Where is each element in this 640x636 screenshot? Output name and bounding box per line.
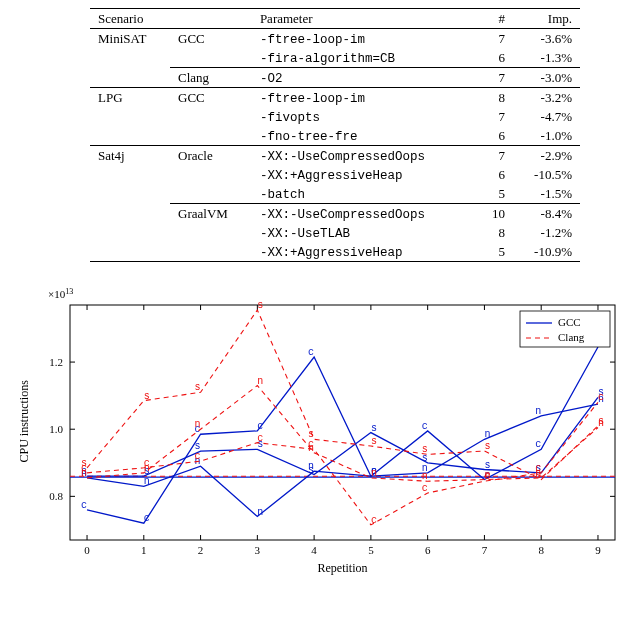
series-gcc-c <box>87 347 598 523</box>
cell-imp: -8.4% <box>513 204 580 224</box>
hdr-imp: Imp. <box>513 9 580 29</box>
point-label: n <box>144 476 150 487</box>
cell-count: 6 <box>477 48 513 68</box>
cell-parameter: -XX:-UseCompressedOops <box>252 146 477 166</box>
cell-parameter: -fno-tree-fre <box>252 126 477 146</box>
table-row: -fno-tree-fre6-1.0% <box>90 126 580 146</box>
ytick-label: 1.2 <box>49 356 63 368</box>
cell-parameter: -ftree-loop-im <box>252 29 477 49</box>
table-row: GraalVM-XX:-UseCompressedOops10-8.4% <box>90 204 580 224</box>
point-label: s <box>308 465 314 476</box>
point-label: n <box>195 419 201 430</box>
cell-compiler <box>170 107 252 126</box>
cell-count: 8 <box>477 88 513 108</box>
cell-count: 5 <box>477 184 513 204</box>
cpu-instructions-chart: 0.81.01.20123456789×1013CPU instructions… <box>10 280 630 580</box>
cell-imp: -3.2% <box>513 88 580 108</box>
cell-compiler: Oracle <box>170 146 252 166</box>
point-label: s <box>598 416 604 427</box>
cell-scenario: LPG <box>90 88 170 108</box>
cell-imp: -10.5% <box>513 165 580 184</box>
cell-compiler <box>170 48 252 68</box>
point-label: s <box>257 300 263 311</box>
point-label: c <box>422 483 428 494</box>
cell-scenario <box>90 242 170 262</box>
xtick-label: 0 <box>84 544 90 556</box>
point-label: c <box>144 513 150 524</box>
table-row: MiniSATGCC-ftree-loop-im7-3.6% <box>90 29 580 49</box>
xtick-label: 2 <box>198 544 204 556</box>
cell-count: 10 <box>477 204 513 224</box>
xtick-label: 5 <box>368 544 374 556</box>
point-label: c <box>257 421 263 432</box>
point-label: n <box>81 468 87 479</box>
table-row: -batch5-1.5% <box>90 184 580 204</box>
cell-imp: -1.3% <box>513 48 580 68</box>
cell-compiler: GraalVM <box>170 204 252 224</box>
table-row: Clang-O27-3.0% <box>90 68 580 88</box>
table-row: -fivopts7-4.7% <box>90 107 580 126</box>
cell-compiler <box>170 126 252 146</box>
ytick-label: 1.0 <box>49 423 63 435</box>
cell-count: 7 <box>477 146 513 166</box>
point-label: n <box>257 507 263 518</box>
cell-scenario: Sat4j <box>90 146 170 166</box>
xtick-label: 3 <box>255 544 261 556</box>
point-label: n <box>257 376 263 387</box>
point-label: c <box>81 500 87 511</box>
cell-parameter: -XX:-UseCompressedOops <box>252 204 477 224</box>
xtick-label: 8 <box>538 544 544 556</box>
y-multiplier: ×1013 <box>48 287 73 300</box>
table-row: Sat4jOracle-XX:-UseCompressedOops7-2.9% <box>90 146 580 166</box>
cell-scenario <box>90 223 170 242</box>
cell-compiler: GCC <box>170 29 252 49</box>
cell-imp: -10.9% <box>513 242 580 262</box>
point-label: n <box>484 470 490 481</box>
cell-imp: -3.0% <box>513 68 580 88</box>
cell-parameter: -XX:+AggressiveHeap <box>252 165 477 184</box>
table-row: LPGGCC-ftree-loop-im8-3.2% <box>90 88 580 108</box>
cell-scenario <box>90 204 170 224</box>
cell-imp: -1.2% <box>513 223 580 242</box>
point-label: n <box>371 468 377 479</box>
point-label: s <box>195 382 201 393</box>
cell-parameter: -fivopts <box>252 107 477 126</box>
point-label: s <box>371 436 377 447</box>
series-gcc-s <box>87 397 598 476</box>
point-label: s <box>81 458 87 469</box>
legend-gcc: GCC <box>558 316 581 328</box>
point-label: n <box>308 443 314 454</box>
point-label: s <box>484 441 490 452</box>
cell-count: 6 <box>477 165 513 184</box>
ylabel: CPU instructions <box>17 380 31 463</box>
table: Scenario Parameter # Imp. MiniSATGCC-ftr… <box>90 8 580 262</box>
cell-imp: -1.5% <box>513 184 580 204</box>
cell-imp: -2.9% <box>513 146 580 166</box>
cell-count: 7 <box>477 68 513 88</box>
cell-count: 8 <box>477 223 513 242</box>
xtick-label: 6 <box>425 544 431 556</box>
hdr-compiler <box>170 9 252 29</box>
ytick-label: 0.8 <box>49 490 63 502</box>
cell-count: 6 <box>477 126 513 146</box>
cell-parameter: -XX:-UseTLAB <box>252 223 477 242</box>
cell-imp: -3.6% <box>513 29 580 49</box>
xlabel: Repetition <box>318 561 368 575</box>
cell-scenario <box>90 126 170 146</box>
point-label: s <box>535 470 541 481</box>
point-label: c <box>257 433 263 444</box>
cell-imp: -1.0% <box>513 126 580 146</box>
cell-count: 7 <box>477 29 513 49</box>
cell-scenario <box>90 107 170 126</box>
point-label: n <box>422 471 428 482</box>
point-label: n <box>535 406 541 417</box>
cell-scenario <box>90 48 170 68</box>
xtick-label: 1 <box>141 544 147 556</box>
point-label: n <box>144 463 150 474</box>
hdr-scenario: Scenario <box>90 9 170 29</box>
point-label: s <box>371 423 377 434</box>
cell-compiler <box>170 184 252 204</box>
point-label: c <box>422 421 428 432</box>
cell-imp: -4.7% <box>513 107 580 126</box>
table-row: -XX:+AggressiveHeap5-10.9% <box>90 242 580 262</box>
